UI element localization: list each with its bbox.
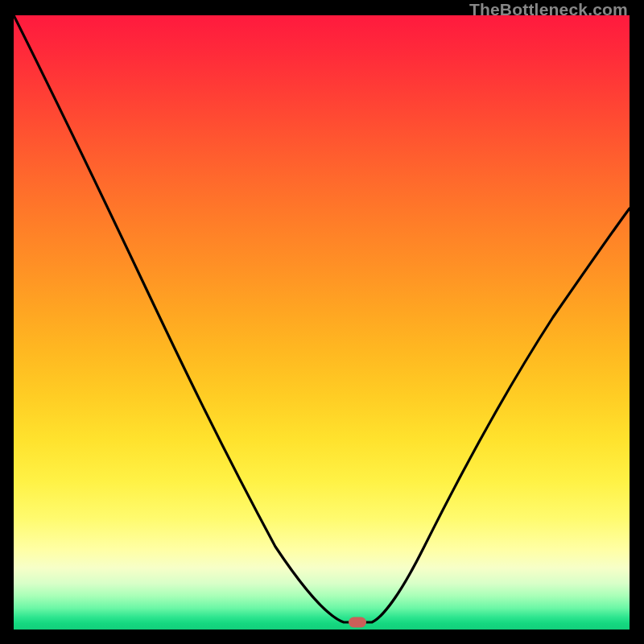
bottleneck-curve [14,15,630,630]
optimal-marker [349,617,366,628]
chart-frame: TheBottleneck.com [0,0,644,644]
curve-path [14,15,630,622]
chart-plot-area [14,15,630,630]
attribution-text: TheBottleneck.com [469,0,628,19]
